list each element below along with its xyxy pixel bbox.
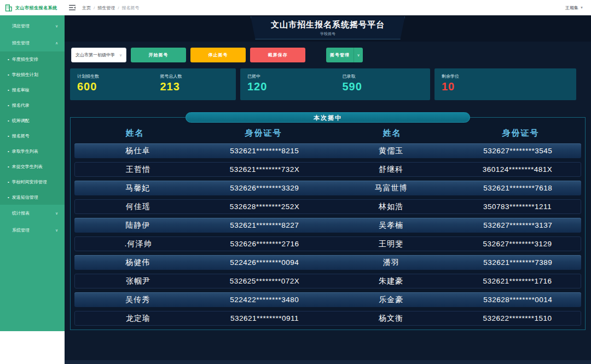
breadcrumb-enrollment[interactable]: 招生管理: [97, 5, 115, 11]
group-label: 系统管理: [12, 227, 30, 233]
sidebar-group-enrollment[interactable]: 招生管理 ∧: [0, 34, 65, 51]
stat-value: 10: [442, 80, 506, 93]
student-name: 马富世博: [328, 183, 455, 193]
table-row: 杨健伟 522426********0094 潘羽 532621********…: [74, 255, 581, 270]
table-row: 何佳瑶 532628********252X 林如浩 350783*******…: [74, 199, 581, 214]
sidebar-item-application-review[interactable]: 报名审核: [0, 82, 65, 97]
student-name: 王哲惜: [75, 165, 201, 175]
student-id: 532626********3329: [201, 184, 328, 192]
stop-lottery-button[interactable]: 停止摇号: [190, 48, 246, 62]
start-lottery-button[interactable]: 开始摇号: [131, 48, 186, 62]
app-title: 文山市招生报名系统: [15, 5, 57, 11]
student-name: 杨仕卓: [74, 146, 201, 156]
student-id: 532628********252X: [201, 203, 328, 211]
table-row: 王哲惜 532621********732X 舒继科 360124*******…: [74, 162, 581, 177]
student-name: 陆静伊: [74, 221, 201, 230]
student-id: 532621********8215: [201, 147, 328, 155]
column-header-name: 姓名: [328, 128, 456, 138]
platform-subtitle: 学校摇号: [251, 31, 404, 37]
student-id: 360124********481X: [454, 165, 581, 174]
stat-value: 120: [247, 80, 335, 93]
student-id: 522426********0094: [201, 258, 328, 267]
student-id: 532627********3545: [455, 147, 582, 155]
student-name: 潘羽: [328, 258, 455, 268]
sidebar-nav: 消息管理 ∨ 招生管理 ∧ 年度招生安排 学校招生计划 报名审核 报名代录 统筹…: [0, 15, 65, 331]
sidebar-item-allocation[interactable]: 统筹调配: [0, 113, 65, 128]
sidebar-item-sms-mgmt[interactable]: 发送短信管理: [0, 189, 65, 205]
student-id: 532627********3129: [454, 240, 581, 248]
stats-row: 计划招生数 600 摇号总人数 213 已摇中 120 已录取 590 剩余学位…: [70, 68, 591, 100]
column-header-name: 姓名: [71, 128, 199, 138]
student-name: 张帼尹: [75, 276, 201, 286]
student-id: 532621********732X: [201, 165, 328, 174]
stat-value: 590: [343, 80, 431, 93]
sidebar-group-reports[interactable]: 统计报表 ∨: [0, 205, 65, 222]
student-id: 522422********3480: [201, 296, 328, 304]
stat-value: 213: [160, 80, 236, 93]
sidebar-item-unsubmitted-list[interactable]: 未提交学生列表: [0, 159, 65, 174]
breadcrumb-current: 报名摇号: [121, 5, 139, 11]
student-id: 350783********1211: [454, 203, 581, 211]
student-id: 532622********1510: [454, 314, 581, 322]
sidebar-group-system[interactable]: 系统管理 ∨: [0, 222, 65, 239]
sidebar-item-schedule-mgmt[interactable]: 学校时间安排管理: [0, 174, 65, 189]
stat-planned-enrollment: 计划招生数 600: [70, 68, 153, 100]
student-name: 吴孝楠: [328, 221, 455, 230]
breadcrumb-home[interactable]: 主页: [82, 5, 91, 11]
student-name: 何佳瑶: [75, 202, 201, 212]
student-name: 吴传秀: [74, 295, 201, 305]
screenshot-save-button[interactable]: 截屏保存: [250, 48, 305, 62]
stats-card-remaining: 剩余学位 10: [434, 68, 576, 100]
controls-row: 文山市第一初级中学 ∨ 开始摇号 停止摇号 截屏保存 摇号管理 ∨: [71, 48, 591, 62]
menu-fold-icon[interactable]: [69, 5, 76, 10]
user-menu[interactable]: 王顺集 ▼: [565, 5, 583, 11]
student-id: 532628********0014: [455, 296, 582, 304]
sidebar-item-school-plan[interactable]: 学校招生计划: [0, 67, 65, 82]
user-name: 王顺集: [565, 5, 578, 11]
stat-remaining-seats: 剩余学位 10: [434, 68, 506, 100]
platform-title-panel: 文山市招生报名系统摇号平台 学校摇号: [251, 16, 405, 39]
lottery-manage-split-button: 摇号管理 ∨: [326, 48, 363, 62]
chevron-down-icon[interactable]: ∨: [354, 48, 363, 62]
breadcrumb: 主页 / 招生管理 / 报名摇号: [82, 5, 139, 11]
app-logo: 文山市招生报名系统: [0, 0, 65, 15]
table-row: 龙定瑜 532621********0911 杨文衡 532622*******…: [74, 311, 581, 326]
student-name: 杨文衡: [328, 314, 454, 323]
student-name: 黄儒玉: [328, 146, 455, 156]
table-row: 陆静伊 532621********8227 吴孝楠 532627*******…: [74, 218, 581, 233]
chevron-down-icon: ∨: [119, 53, 122, 57]
student-id: 532621********8227: [201, 221, 328, 229]
student-name: 杨健伟: [74, 258, 201, 268]
sidebar-item-admitted-list[interactable]: 录取学生列表: [0, 143, 65, 159]
stat-label: 已摇中: [247, 73, 335, 79]
building-logo-icon: [4, 4, 13, 12]
lottery-banner: 本次摇中: [186, 112, 470, 123]
lottery-results-panel: 本次摇中 姓名 身份证号 姓名 身份证号 杨仕卓 532621********8…: [70, 117, 586, 330]
chevron-down-icon: ∨: [55, 211, 58, 216]
table-row: 杨仕卓 532621********8215 黄儒玉 532627*******…: [74, 143, 581, 158]
student-id: 532626********2716: [201, 240, 328, 248]
student-name: 龙定瑜: [75, 314, 201, 323]
school-select-value: 文山市第一初级中学: [76, 52, 115, 58]
breadcrumb-separator: /: [118, 5, 119, 10]
student-id: 532621********7389: [455, 258, 582, 267]
platform-title: 文山市招生报名系统摇号平台: [251, 20, 404, 30]
chevron-down-icon: ∨: [55, 24, 58, 28]
table-row: 张帼尹 532625********072X 朱建豪 532621*******…: [74, 274, 581, 288]
hero-band: 文山市招生报名系统摇号平台 学校摇号: [65, 15, 591, 42]
lottery-manage-button[interactable]: 摇号管理: [326, 48, 354, 62]
school-select[interactable]: 文山市第一初级中学 ∨: [71, 48, 126, 62]
stat-value: 600: [77, 80, 153, 93]
sidebar-item-proxy-entry[interactable]: 报名代录: [0, 97, 65, 113]
student-id: 532621********1716: [454, 277, 581, 285]
sidebar-group-messages[interactable]: 消息管理 ∨: [0, 18, 65, 34]
group-label: 统计报表: [12, 210, 30, 216]
sidebar-item-lottery[interactable]: 报名摇号: [0, 128, 65, 143]
column-header-id: 身份证号: [199, 128, 328, 138]
sidebar-item-annual-plan[interactable]: 年度招生安排: [0, 51, 65, 67]
student-name: 林如浩: [328, 202, 454, 212]
stat-label: 计划招生数: [77, 73, 153, 79]
student-name: 王明斐: [328, 239, 454, 249]
table-row: 吴传秀 522422********3480 乐金豪 532628*******…: [74, 292, 581, 307]
stat-label: 摇号总人数: [160, 73, 236, 79]
